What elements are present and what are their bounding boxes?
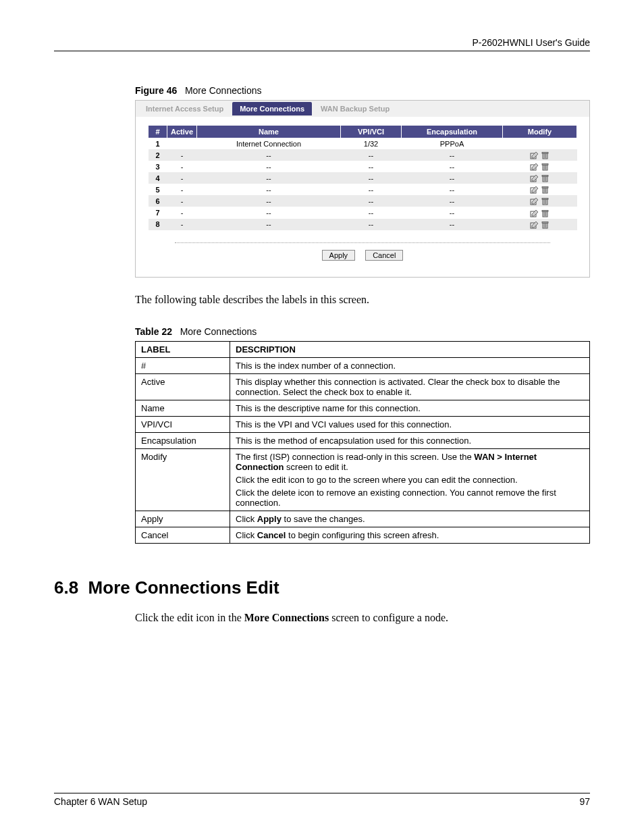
section-heading: 6.8 More Connections Edit: [54, 577, 590, 598]
cell-active: -: [167, 149, 197, 161]
footer-page-number: 97: [579, 796, 590, 807]
tab-wan-backup-setup[interactable]: WAN Backup Setup: [313, 102, 397, 115]
cell-name: --: [197, 172, 341, 184]
cell-encap: --: [402, 184, 503, 195]
footer-chapter: Chapter 6 WAN Setup: [54, 796, 147, 807]
desc-row: ApplyClick Apply to save the changes.: [136, 511, 590, 527]
figure-caption: Figure 46 More Connections: [135, 85, 590, 96]
cell-idx: 8: [149, 219, 167, 230]
edit-icon[interactable]: [530, 221, 539, 229]
desc-row: CancelClick Cancel to begin configuring …: [136, 527, 590, 543]
cell-active: -: [167, 195, 197, 207]
cell-modify: [503, 219, 577, 230]
desc-label: Cancel: [136, 527, 230, 543]
edit-icon[interactable]: [530, 186, 539, 194]
table-caption-label: Table 22: [135, 326, 172, 337]
cell-vpivci: --: [341, 195, 402, 207]
cell-encap: --: [402, 207, 503, 218]
cell-encap: --: [402, 219, 503, 230]
cell-modify: [503, 184, 577, 195]
desc-row: EncapsulationThis is the method of encap…: [136, 432, 590, 448]
svg-rect-38: [542, 221, 548, 223]
cell-name: --: [197, 207, 341, 218]
svg-rect-20: [542, 187, 548, 188]
cell-encap: --: [402, 195, 503, 207]
tab-bar: Internet Access SetupMore ConnectionsWAN…: [136, 101, 589, 117]
svg-rect-14: [542, 176, 548, 177]
cell-name: --: [197, 149, 341, 161]
desc-row: NameThis is the descriptive name for thi…: [136, 400, 590, 416]
svg-rect-32: [542, 210, 548, 211]
svg-rect-26: [542, 199, 548, 200]
table-row: 2-------: [149, 149, 577, 161]
cell-name: --: [197, 161, 341, 172]
table-row: 1Internet Connection1/32PPPoA: [149, 138, 577, 150]
desc-row: ModifyThe first (ISP) connection is read…: [136, 448, 590, 511]
edit-icon[interactable]: [530, 163, 539, 171]
connections-table: #ActiveNameVPI/VCIEncapsulationModify 1I…: [148, 125, 577, 230]
cell-name: Internet Connection: [197, 138, 341, 150]
cell-encap: --: [402, 161, 503, 172]
edit-icon[interactable]: [530, 151, 539, 159]
cell-active: [167, 138, 197, 150]
edit-icon[interactable]: [530, 174, 539, 182]
desc-text: This is the descriptive name for this co…: [230, 400, 590, 416]
figure-label: Figure 46: [135, 85, 177, 96]
cell-name: --: [197, 195, 341, 207]
desc-label: VPI/VCI: [136, 416, 230, 432]
cell-modify: [503, 138, 577, 150]
desc-text: This display whether this connection is …: [230, 373, 590, 400]
col-encap: Encapsulation: [402, 126, 503, 138]
section-title: More Connections Edit: [88, 577, 279, 598]
table-caption: Table 22 More Connections: [135, 326, 590, 337]
cell-idx: 5: [149, 184, 167, 195]
table-row: 8-------: [149, 219, 577, 230]
delete-icon[interactable]: [541, 197, 549, 205]
delete-icon[interactable]: [541, 221, 549, 229]
cell-vpivci: --: [341, 149, 402, 161]
col-name: Name: [197, 126, 341, 138]
desc-label: Active: [136, 373, 230, 400]
delete-icon[interactable]: [541, 163, 549, 171]
apply-button[interactable]: Apply: [322, 250, 356, 261]
cell-modify: [503, 172, 577, 184]
figure-title: More Connections: [185, 85, 262, 96]
col-modify: Modify: [503, 126, 577, 138]
cell-idx: 1: [149, 138, 167, 150]
desc-text: This is the method of encapsulation used…: [230, 432, 590, 448]
tab-more-connections[interactable]: More Connections: [232, 102, 312, 115]
description-table: LABEL DESCRIPTION #This is the index num…: [135, 341, 590, 544]
tab-internet-access-setup[interactable]: Internet Access Setup: [138, 102, 231, 115]
cell-modify: [503, 149, 577, 161]
table-row: 3-------: [149, 161, 577, 172]
table-row: 5-------: [149, 184, 577, 195]
edit-icon[interactable]: [530, 197, 539, 205]
delete-icon[interactable]: [541, 186, 549, 194]
cell-encap: PPPoA: [402, 138, 503, 150]
cancel-button[interactable]: Cancel: [365, 250, 403, 261]
cell-active: -: [167, 207, 197, 218]
cell-idx: 7: [149, 207, 167, 218]
delete-icon[interactable]: [541, 174, 549, 182]
desc-text: This is the index number of a connection…: [230, 357, 590, 373]
more-connections-panel: Internet Access SetupMore ConnectionsWAN…: [135, 100, 590, 278]
desc-label: #: [136, 357, 230, 373]
table-row: 6-------: [149, 195, 577, 207]
cell-name: --: [197, 184, 341, 195]
cell-modify: [503, 195, 577, 207]
desc-label: Apply: [136, 511, 230, 527]
page-footer: Chapter 6 WAN Setup 97: [54, 793, 590, 807]
desc-text: Click Cancel to begin configuring this s…: [230, 527, 590, 543]
cell-idx: 4: [149, 172, 167, 184]
edit-icon[interactable]: [530, 209, 539, 217]
cell-active: -: [167, 219, 197, 230]
delete-icon[interactable]: [541, 151, 549, 159]
intro-paragraph: The following table describes the labels…: [135, 294, 590, 306]
table-row: 4-------: [149, 172, 577, 184]
cell-idx: 2: [149, 149, 167, 161]
cell-vpivci: --: [341, 184, 402, 195]
cell-vpivci: 1/32: [341, 138, 402, 150]
delete-icon[interactable]: [541, 209, 549, 217]
cell-encap: --: [402, 149, 503, 161]
cell-encap: --: [402, 172, 503, 184]
